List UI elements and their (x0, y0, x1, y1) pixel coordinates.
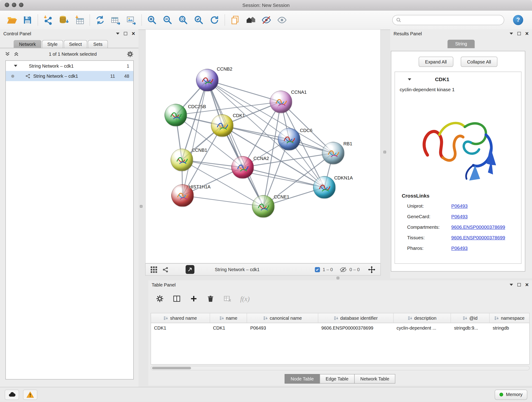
close-panel-icon[interactable]: × (132, 31, 135, 36)
network-selection-row: 1 of 1 Network selected (0, 48, 138, 60)
protein-section-header[interactable]: CDK1 (395, 72, 521, 87)
crosslink-genecard-link[interactable]: P06493 (451, 214, 468, 219)
duplicate-network-button[interactable] (227, 13, 243, 27)
column-header[interactable]: name (210, 313, 247, 323)
home-button[interactable] (243, 13, 259, 27)
crosslink-uniprot-link[interactable]: P06493 (451, 203, 468, 209)
tab-node-table[interactable]: Node Table (285, 374, 320, 383)
tab-select[interactable]: Select (64, 40, 87, 48)
hide-graphics-details-button[interactable] (259, 13, 274, 27)
float-panel-icon[interactable] (124, 32, 127, 35)
tree-expand-caret-icon[interactable] (14, 65, 17, 67)
zoom-out-button[interactable] (160, 13, 176, 27)
open-session-button[interactable] (4, 13, 20, 27)
crosslink-row: Uniprot: P06493 (395, 201, 521, 211)
show-columns-icon[interactable] (173, 294, 181, 303)
collapse-all-chevrons-icon[interactable] (13, 51, 19, 57)
network-node-CCNB1[interactable] (171, 149, 193, 171)
panel-menu-caret-icon[interactable] (116, 32, 120, 35)
new-network-from-selection-button[interactable] (92, 13, 108, 27)
tab-sets[interactable]: Sets (88, 40, 108, 48)
network-view-canvas[interactable]: CCNB2CCNA1CDC25BCDK1CDC6RB1CCNB1CCNA2CDK… (145, 29, 381, 263)
import-network-from-database-button[interactable] (56, 13, 71, 27)
table-settings-gear-icon[interactable] (156, 294, 164, 303)
column-header[interactable]: shared name (151, 313, 210, 323)
float-panel-icon[interactable] (517, 283, 521, 287)
cell-name: CDK1 (210, 325, 247, 330)
tab-network-table[interactable]: Network Table (354, 374, 395, 383)
table-row[interactable]: CDK1 CDK1 P06493 9606.ENSP00000378699 cy… (151, 323, 529, 332)
network-share-view-icon[interactable] (162, 266, 169, 273)
minimize-window-button[interactable] (12, 3, 16, 7)
horizontal-splitter-handle[interactable] (336, 277, 339, 279)
close-panel-icon[interactable]: × (525, 31, 529, 36)
tab-edge-table[interactable]: Edge Table (320, 374, 355, 383)
network-node-CDC6[interactable] (278, 128, 300, 150)
network-item-row[interactable]: String Network – cdk1 11 48 (6, 71, 133, 81)
expand-all-button[interactable]: Expand All (418, 57, 453, 67)
left-splitter-handle[interactable] (140, 205, 143, 208)
close-panel-icon[interactable]: × (525, 282, 529, 288)
crosslink-tissues-link[interactable]: 9606.ENSP00000378699 (451, 235, 505, 240)
cloud-status-button[interactable] (5, 389, 19, 400)
right-splitter-handle[interactable] (383, 151, 386, 153)
import-table-from-file-button[interactable] (71, 13, 87, 27)
network-node-CCNB2[interactable] (196, 69, 219, 91)
network-node-CCNE1[interactable] (252, 195, 274, 218)
panel-menu-caret-icon[interactable] (510, 284, 513, 286)
column-header[interactable]: description (393, 313, 451, 323)
search-input[interactable] (404, 17, 500, 23)
refresh-view-button[interactable] (207, 13, 222, 27)
export-image-button[interactable] (123, 13, 139, 27)
column-header[interactable]: @id (451, 313, 490, 323)
panel-menu-caret-icon[interactable] (510, 32, 513, 35)
network-node-CCNA2[interactable] (231, 156, 254, 179)
tab-style[interactable]: Style (42, 40, 63, 48)
protein-description: cyclin-dependent kinase 1 (395, 87, 521, 92)
close-window-button[interactable] (5, 3, 9, 7)
save-session-button[interactable] (20, 13, 35, 27)
expand-all-chevrons-icon[interactable] (5, 51, 10, 57)
network-node-CDC25B[interactable] (165, 104, 187, 126)
network-node-CDK1[interactable] (211, 114, 234, 137)
network-node-RB1[interactable] (322, 142, 344, 164)
create-column-plus-icon[interactable] (190, 294, 198, 303)
external-arrow-icon (187, 267, 193, 272)
network-node-CCNA1[interactable] (270, 90, 292, 113)
grid-view-icon[interactable] (150, 266, 157, 273)
column-header[interactable]: database identifier (318, 313, 393, 323)
birdseye-view-button[interactable] (186, 265, 195, 274)
export-table-button[interactable] (108, 13, 123, 27)
tab-network[interactable]: Network (13, 40, 41, 48)
zoom-in-button[interactable] (144, 13, 160, 27)
warnings-button[interactable] (23, 389, 37, 400)
hidden-elements-eye-icon[interactable] (340, 266, 347, 273)
network-options-gear-icon[interactable] (127, 51, 133, 57)
scrollbar-thumb[interactable] (152, 367, 191, 369)
delete-table-icon (223, 294, 231, 303)
import-network-from-file-button[interactable] (40, 13, 56, 27)
crosslink-pharos-link[interactable]: P06493 (451, 245, 468, 251)
show-graphics-details-button[interactable] (274, 13, 290, 27)
cell-database-identifier: 9606.ENSP00000378699 (318, 325, 393, 330)
results-panel-title: Results Panel (394, 31, 422, 36)
pan-crosshair-icon[interactable] (368, 266, 375, 274)
zoom-selected-button[interactable] (191, 13, 207, 27)
delete-column-trash-icon[interactable] (207, 295, 215, 303)
memory-button[interactable]: Memory (495, 389, 527, 400)
selected-nodes-checkbox[interactable] (315, 267, 320, 272)
column-header[interactable]: canonical name (247, 313, 318, 323)
zoom-fit-button[interactable] (176, 13, 191, 27)
zoom-window-button[interactable] (19, 3, 23, 7)
float-panel-icon[interactable] (517, 32, 521, 35)
table-horizontal-scrollbar[interactable] (151, 366, 530, 370)
network-node-CDKN1A[interactable] (313, 176, 336, 199)
help-button[interactable]: ? (513, 15, 523, 25)
column-header[interactable]: namespace (490, 313, 529, 323)
crosslink-compartments-link[interactable]: 9606.ENSP00000378699 (451, 224, 505, 230)
section-collapse-caret-icon[interactable] (408, 78, 411, 80)
tab-string[interactable]: String (448, 40, 475, 48)
network-item-label: String Network – cdk1 (33, 74, 78, 79)
collapse-all-button[interactable]: Collapse All (461, 57, 498, 67)
network-collection-row[interactable]: String Network – cdk1 1 (6, 61, 133, 71)
